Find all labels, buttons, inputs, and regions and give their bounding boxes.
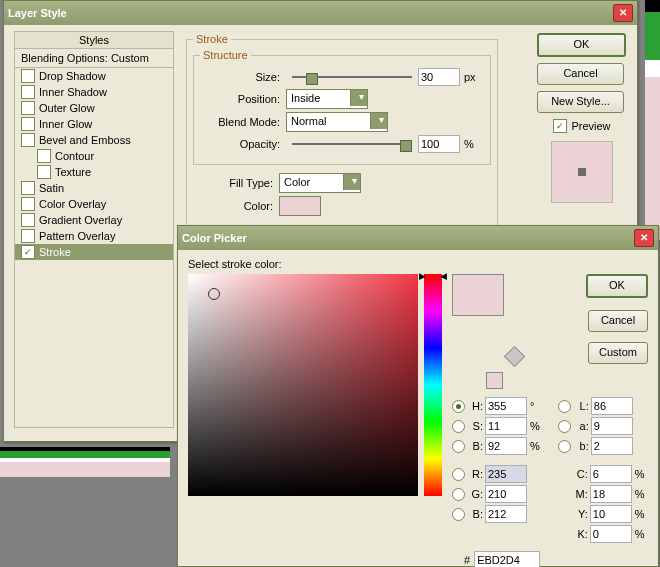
blend-label: Blend Mode: <box>200 116 280 128</box>
style-checkbox[interactable] <box>21 229 35 243</box>
m-input[interactable] <box>590 485 632 503</box>
ok-button[interactable]: OK <box>537 33 626 57</box>
radio-b2[interactable] <box>558 440 571 453</box>
styles-header: Styles <box>15 32 173 49</box>
hue-arrow-left: ▶ <box>419 271 426 281</box>
style-item-inner-glow[interactable]: Inner Glow <box>15 116 173 132</box>
cp-ok-button[interactable]: OK <box>586 274 648 298</box>
bv-input[interactable] <box>485 437 527 455</box>
color-preview <box>452 274 504 316</box>
b2-input[interactable] <box>591 437 633 455</box>
radio-b[interactable] <box>452 508 465 521</box>
value-grid: H:° S:% B:% R: G: B: L: a: b: C:% M:% Y:… <box>452 395 648 545</box>
cube-icon[interactable] <box>504 345 525 366</box>
position-select[interactable]: Inside <box>286 89 368 109</box>
c-input[interactable] <box>590 465 632 483</box>
stroke-settings: Stroke Structure Size:px Position:Inside… <box>182 29 502 232</box>
a-input[interactable] <box>591 417 633 435</box>
styles-panel: Styles Blending Options: Custom Drop Sha… <box>14 31 174 428</box>
style-checkbox[interactable] <box>37 149 51 163</box>
stroke-color-swatch[interactable] <box>279 196 321 216</box>
style-checkbox[interactable] <box>21 117 35 131</box>
opacity-label: Opacity: <box>200 138 280 150</box>
new-style-button[interactable]: New Style... <box>537 91 624 113</box>
preview-label: Preview <box>571 120 610 132</box>
radio-bv[interactable] <box>452 440 465 453</box>
style-item-outer-glow[interactable]: Outer Glow <box>15 100 173 116</box>
style-item-contour[interactable]: Contour <box>15 148 173 164</box>
style-item-satin[interactable]: Satin <box>15 180 173 196</box>
style-item-stroke[interactable]: ✓Stroke <box>15 244 173 260</box>
g-input[interactable] <box>485 485 527 503</box>
style-item-drop-shadow[interactable]: Drop Shadow <box>15 68 173 84</box>
size-label: Size: <box>200 71 280 83</box>
size-slider[interactable] <box>292 70 412 84</box>
hex-label: # <box>464 554 470 566</box>
sv-cursor <box>208 288 220 300</box>
layer-style-titlebar[interactable]: Layer Style ✕ <box>4 1 637 25</box>
cancel-button[interactable]: Cancel <box>537 63 624 85</box>
radio-s[interactable] <box>452 420 465 433</box>
cp-cancel-button[interactable]: Cancel <box>588 310 648 332</box>
color-picker-title: Color Picker <box>182 232 247 244</box>
k-input[interactable] <box>590 525 632 543</box>
radio-l[interactable] <box>558 400 571 413</box>
hue-arrow-right: ◀ <box>440 271 447 281</box>
radio-r[interactable] <box>452 468 465 481</box>
close-icon[interactable]: ✕ <box>613 4 633 22</box>
style-item-inner-shadow[interactable]: Inner Shadow <box>15 84 173 100</box>
preview-checkbox[interactable]: ✓ <box>553 119 567 133</box>
color-picker-dialog: Color Picker ✕ Select stroke color: ▶◀ O… <box>177 225 659 567</box>
sv-field[interactable] <box>188 274 418 496</box>
radio-g[interactable] <box>452 488 465 501</box>
h-input[interactable] <box>485 397 527 415</box>
style-item-texture[interactable]: Texture <box>15 164 173 180</box>
style-checkbox[interactable] <box>21 85 35 99</box>
bg-strip <box>645 0 660 240</box>
prev-color-swatch[interactable] <box>486 372 503 389</box>
style-checkbox[interactable]: ✓ <box>21 245 35 259</box>
style-checkbox[interactable] <box>21 213 35 227</box>
blend-select[interactable]: Normal <box>286 112 388 132</box>
color-label: Color: <box>193 200 273 212</box>
radio-h[interactable] <box>452 400 465 413</box>
filltype-label: Fill Type: <box>193 177 273 189</box>
style-checkbox[interactable] <box>21 197 35 211</box>
structure-legend: Structure <box>200 49 251 61</box>
position-label: Position: <box>200 93 280 105</box>
stroke-legend: Stroke <box>193 33 231 45</box>
style-checkbox[interactable] <box>21 133 35 147</box>
layer-style-buttons: OK Cancel New Style... ✓Preview <box>537 33 627 203</box>
style-item-bevel-and-emboss[interactable]: Bevel and Emboss <box>15 132 173 148</box>
style-item-pattern-overlay[interactable]: Pattern Overlay <box>15 228 173 244</box>
radio-a[interactable] <box>558 420 571 433</box>
y-input[interactable] <box>590 505 632 523</box>
size-input[interactable] <box>418 68 460 86</box>
layer-style-title: Layer Style <box>8 7 67 19</box>
picker-controls: OK Cancel Custom H:° S:% B:% R: G: B: <box>452 274 648 567</box>
cp-custom-button[interactable]: Custom <box>588 342 648 364</box>
s-input[interactable] <box>485 417 527 435</box>
hue-slider[interactable] <box>424 274 442 496</box>
opacity-slider[interactable] <box>292 137 412 151</box>
style-item-gradient-overlay[interactable]: Gradient Overlay <box>15 212 173 228</box>
filltype-select[interactable]: Color <box>279 173 361 193</box>
close-icon[interactable]: ✕ <box>634 229 654 247</box>
style-item-color-overlay[interactable]: Color Overlay <box>15 196 173 212</box>
blending-options[interactable]: Blending Options: Custom <box>15 49 173 68</box>
style-checkbox[interactable] <box>21 181 35 195</box>
style-checkbox[interactable] <box>21 101 35 115</box>
r-input[interactable] <box>485 465 527 483</box>
preview-thumb <box>551 141 613 203</box>
stroke-fieldset: Stroke Structure Size:px Position:Inside… <box>186 33 498 228</box>
structure-fieldset: Structure Size:px Position:Inside Blend … <box>193 49 491 165</box>
hex-input[interactable] <box>474 551 540 567</box>
opacity-input[interactable] <box>418 135 460 153</box>
bg-bottom-strip <box>0 447 170 477</box>
l-input[interactable] <box>591 397 633 415</box>
color-picker-titlebar[interactable]: Color Picker ✕ <box>178 226 658 250</box>
style-checkbox[interactable] <box>21 69 35 83</box>
picker-body: ▶◀ OK Cancel Custom H:° S:% B:% <box>178 274 658 567</box>
b-input[interactable] <box>485 505 527 523</box>
style-checkbox[interactable] <box>37 165 51 179</box>
